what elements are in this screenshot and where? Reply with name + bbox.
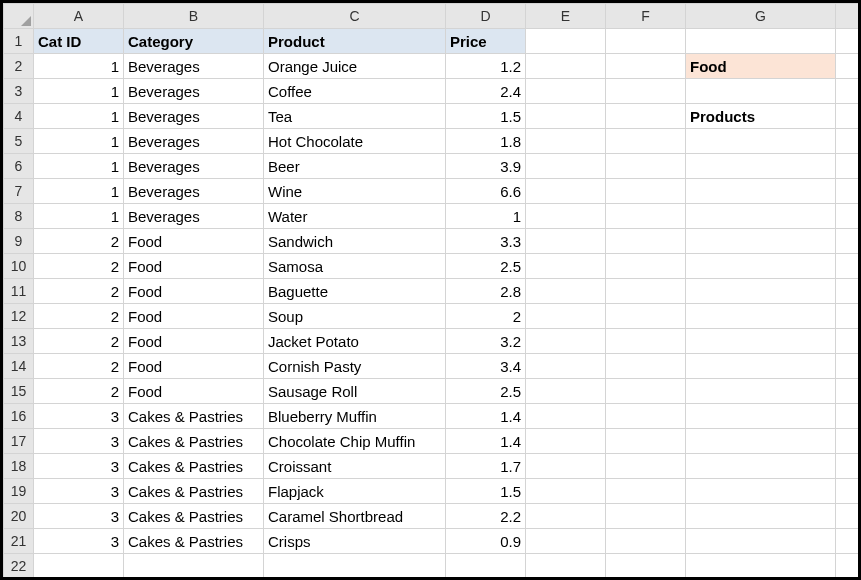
cell-edge[interactable]: [836, 29, 862, 54]
cell-c1[interactable]: Product: [264, 29, 446, 54]
cell-f22[interactable]: [606, 554, 686, 579]
cell-a19[interactable]: 3: [34, 479, 124, 504]
cell-edge[interactable]: [836, 179, 862, 204]
row-header[interactable]: 6: [4, 154, 34, 179]
cell-c18[interactable]: Croissant: [264, 454, 446, 479]
cell-g3[interactable]: [686, 79, 836, 104]
cell-d13[interactable]: 3.2: [446, 329, 526, 354]
cell-f15[interactable]: [606, 379, 686, 404]
cell-f1[interactable]: [606, 29, 686, 54]
cell-e6[interactable]: [526, 154, 606, 179]
cell-a14[interactable]: 2: [34, 354, 124, 379]
cell-d11[interactable]: 2.8: [446, 279, 526, 304]
cell-f8[interactable]: [606, 204, 686, 229]
cell-c10[interactable]: Samosa: [264, 254, 446, 279]
row-header[interactable]: 15: [4, 379, 34, 404]
row-header[interactable]: 16: [4, 404, 34, 429]
col-header-d[interactable]: D: [446, 4, 526, 29]
cell-e12[interactable]: [526, 304, 606, 329]
cell-d16[interactable]: 1.4: [446, 404, 526, 429]
cell-edge[interactable]: [836, 379, 862, 404]
spreadsheet[interactable]: A B C D E F G 1 Cat ID Category Product …: [0, 0, 861, 580]
cell-e11[interactable]: [526, 279, 606, 304]
row-header[interactable]: 20: [4, 504, 34, 529]
cell-g21[interactable]: [686, 529, 836, 554]
cell-d8[interactable]: 1: [446, 204, 526, 229]
cell-e10[interactable]: [526, 254, 606, 279]
cell-a22[interactable]: [34, 554, 124, 579]
cell-c9[interactable]: Sandwich: [264, 229, 446, 254]
cell-d15[interactable]: 2.5: [446, 379, 526, 404]
row-header[interactable]: 13: [4, 329, 34, 354]
cell-f2[interactable]: [606, 54, 686, 79]
cell-b15[interactable]: Food: [124, 379, 264, 404]
cell-g22[interactable]: [686, 554, 836, 579]
cell-b19[interactable]: Cakes & Pastries: [124, 479, 264, 504]
row-header[interactable]: 14: [4, 354, 34, 379]
col-header-c[interactable]: C: [264, 4, 446, 29]
cell-b9[interactable]: Food: [124, 229, 264, 254]
cell-e9[interactable]: [526, 229, 606, 254]
cell-f16[interactable]: [606, 404, 686, 429]
cell-b11[interactable]: Food: [124, 279, 264, 304]
cell-a21[interactable]: 3: [34, 529, 124, 554]
cell-d3[interactable]: 2.4: [446, 79, 526, 104]
cell-f20[interactable]: [606, 504, 686, 529]
cell-c17[interactable]: Chocolate Chip Muffin: [264, 429, 446, 454]
cell-g4[interactable]: Products: [686, 104, 836, 129]
cell-e16[interactable]: [526, 404, 606, 429]
cell-d21[interactable]: 0.9: [446, 529, 526, 554]
cell-edge[interactable]: [836, 79, 862, 104]
cell-a12[interactable]: 2: [34, 304, 124, 329]
cell-b13[interactable]: Food: [124, 329, 264, 354]
cell-c5[interactable]: Hot Chocolate: [264, 129, 446, 154]
cell-e2[interactable]: [526, 54, 606, 79]
cell-c13[interactable]: Jacket Potato: [264, 329, 446, 354]
cell-b10[interactable]: Food: [124, 254, 264, 279]
cell-b16[interactable]: Cakes & Pastries: [124, 404, 264, 429]
cell-b6[interactable]: Beverages: [124, 154, 264, 179]
cell-a4[interactable]: 1: [34, 104, 124, 129]
cell-a1[interactable]: Cat ID: [34, 29, 124, 54]
cell-a5[interactable]: 1: [34, 129, 124, 154]
cell-e21[interactable]: [526, 529, 606, 554]
cell-d18[interactable]: 1.7: [446, 454, 526, 479]
row-header[interactable]: 7: [4, 179, 34, 204]
col-header-a[interactable]: A: [34, 4, 124, 29]
cell-g6[interactable]: [686, 154, 836, 179]
cell-edge[interactable]: [836, 154, 862, 179]
cell-a6[interactable]: 1: [34, 154, 124, 179]
cell-e3[interactable]: [526, 79, 606, 104]
row-header[interactable]: 9: [4, 229, 34, 254]
cell-edge[interactable]: [836, 554, 862, 579]
cell-g5[interactable]: [686, 129, 836, 154]
cell-e8[interactable]: [526, 204, 606, 229]
cell-d17[interactable]: 1.4: [446, 429, 526, 454]
cell-c8[interactable]: Water: [264, 204, 446, 229]
cell-e4[interactable]: [526, 104, 606, 129]
row-header[interactable]: 21: [4, 529, 34, 554]
cell-f4[interactable]: [606, 104, 686, 129]
cell-b4[interactable]: Beverages: [124, 104, 264, 129]
cell-b22[interactable]: [124, 554, 264, 579]
cell-edge[interactable]: [836, 529, 862, 554]
cell-f14[interactable]: [606, 354, 686, 379]
cell-f11[interactable]: [606, 279, 686, 304]
cell-g8[interactable]: [686, 204, 836, 229]
row-header[interactable]: 19: [4, 479, 34, 504]
cell-d22[interactable]: [446, 554, 526, 579]
cell-edge[interactable]: [836, 504, 862, 529]
cell-edge[interactable]: [836, 454, 862, 479]
row-header[interactable]: 1: [4, 29, 34, 54]
cell-a8[interactable]: 1: [34, 204, 124, 229]
cell-g14[interactable]: [686, 354, 836, 379]
cell-c16[interactable]: Blueberry Muffin: [264, 404, 446, 429]
cell-c12[interactable]: Soup: [264, 304, 446, 329]
cell-edge[interactable]: [836, 329, 862, 354]
cell-a13[interactable]: 2: [34, 329, 124, 354]
cell-edge[interactable]: [836, 229, 862, 254]
cell-c20[interactable]: Caramel Shortbread: [264, 504, 446, 529]
cell-e20[interactable]: [526, 504, 606, 529]
cell-e5[interactable]: [526, 129, 606, 154]
cell-f6[interactable]: [606, 154, 686, 179]
